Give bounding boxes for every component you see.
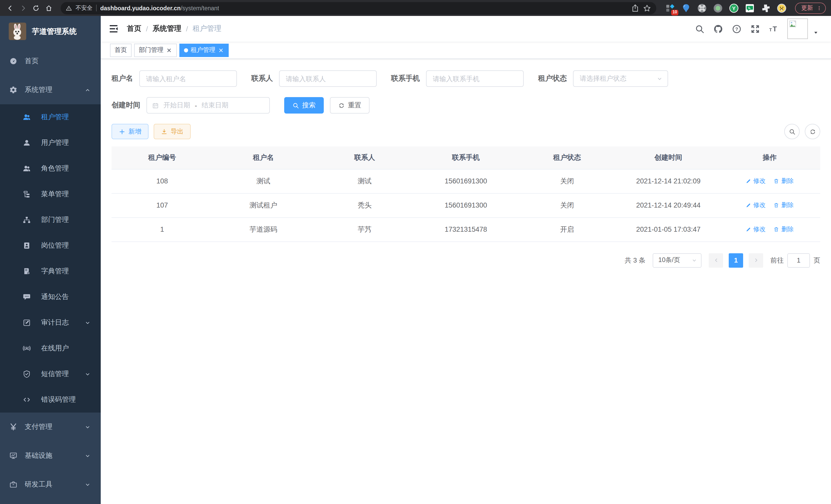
security-warning-icon (66, 5, 72, 11)
close-icon[interactable] (166, 47, 172, 53)
sidebar-item-dict[interactable]: 字典管理 (0, 259, 101, 284)
filter-status: 租户状态 请选择租户状态 (538, 70, 668, 87)
sidebar-item-menu[interactable]: 菜单管理 (0, 181, 101, 207)
breadcrumb-separator: / (186, 25, 188, 33)
address-bar[interactable]: 不安全 dashboard.yudao.iocoder.cn/system/te… (61, 2, 656, 14)
edit-button[interactable]: 修改 (745, 177, 766, 185)
announcement-icon (23, 293, 31, 301)
sidebar-item-home[interactable]: 首页 (0, 47, 101, 76)
table-row: 1 芋道源码 芋艿 17321315478 开启 2021-01-05 17:0… (112, 217, 820, 241)
sidebar: 芋道管理系统 首页 系统管理 租户管理 用户管理 (0, 16, 101, 504)
add-button[interactable]: 新增 (112, 124, 148, 139)
delete-button[interactable]: 删除 (774, 225, 794, 234)
fullscreen-icon[interactable] (750, 24, 760, 34)
infrastructure-icon (9, 452, 18, 460)
share-icon[interactable] (631, 4, 639, 12)
tab-tenant[interactable]: 租户管理 (179, 43, 229, 57)
sidebar-item-audit[interactable]: 审计日志 (0, 310, 101, 335)
current-page-button[interactable]: 1 (729, 253, 743, 267)
gear-icon (9, 86, 18, 94)
mobile-input[interactable] (426, 70, 524, 87)
bookmark-star-icon[interactable] (643, 4, 651, 12)
active-tab-dot (184, 48, 188, 52)
extension-balloon-icon[interactable] (681, 3, 691, 13)
tenant-name-input[interactable] (139, 70, 237, 87)
top-navbar: 首页 / 系统管理 / 租户管理 (101, 16, 831, 41)
caret-down-icon[interactable] (813, 30, 819, 35)
error-code-icon (23, 395, 31, 404)
font-size-icon[interactable] (769, 24, 779, 34)
pen-icon (745, 202, 751, 208)
delete-button[interactable]: 删除 (774, 201, 794, 210)
role-users-icon (23, 165, 31, 173)
help-icon[interactable] (732, 24, 742, 34)
tenant-users-icon (23, 113, 31, 121)
sidebar-item-errorcode[interactable]: 错误码管理 (0, 387, 101, 413)
status-select[interactable]: 请选择租户状态 (573, 70, 668, 87)
close-icon[interactable] (218, 47, 224, 53)
sidebar-logo[interactable]: 芋道管理系统 (0, 16, 101, 47)
sidebar-item-devtools[interactable]: 研发工具 (0, 470, 101, 499)
edit-button[interactable]: 修改 (745, 201, 766, 210)
browser-back-button[interactable] (5, 3, 16, 13)
breadcrumb-system[interactable]: 系统管理 (153, 24, 181, 33)
browser-update-button[interactable]: 更新 (795, 2, 826, 13)
search-button[interactable]: 搜索 (284, 97, 324, 114)
extension-y-icon[interactable]: Y (729, 3, 739, 13)
delete-button[interactable]: 删除 (774, 177, 794, 185)
dev-tools-icon (9, 480, 18, 488)
browser-home-button[interactable] (44, 3, 54, 13)
sidebar-item-tenant[interactable]: 租户管理 (0, 104, 101, 130)
browser-forward-button[interactable] (18, 3, 28, 13)
refresh-table-button[interactable] (805, 124, 820, 139)
github-icon[interactable] (713, 24, 723, 34)
extension-recorder-icon[interactable] (713, 3, 723, 13)
extension-chat-icon[interactable] (745, 3, 755, 13)
chevron-right-icon (753, 258, 759, 263)
extension-tabs-icon[interactable]: 10 (665, 3, 675, 13)
sidebar-item-user[interactable]: 用户管理 (0, 130, 101, 156)
audit-log-icon (23, 319, 31, 327)
col-tenant-id: 租户编号 (112, 146, 213, 169)
tab-home[interactable]: 首页 (110, 43, 132, 57)
breadcrumb-home[interactable]: 首页 (127, 24, 141, 33)
col-actions: 操作 (719, 146, 820, 169)
chevron-up-icon (85, 87, 90, 93)
pagination-total: 共 3 条 (625, 256, 646, 265)
chevron-down-icon (85, 453, 90, 458)
prev-page-button[interactable] (709, 253, 723, 267)
sidebar-item-sms[interactable]: 短信管理 (0, 361, 101, 387)
sidebar-item-pay[interactable]: 支付管理 (0, 413, 101, 441)
sidebar-item-notice[interactable]: 通知公告 (0, 284, 101, 310)
sidebar-item-role[interactable]: 角色管理 (0, 156, 101, 181)
extension-command-icon[interactable] (697, 3, 707, 13)
page-size-select[interactable]: 10条/页 (653, 253, 701, 267)
status-text: 关闭 (516, 169, 618, 193)
sidebar-item-post[interactable]: 岗位管理 (0, 233, 101, 259)
reset-button[interactable]: 重置 (330, 97, 370, 114)
contact-input[interactable] (279, 70, 377, 87)
menu-tree-icon (23, 190, 31, 198)
edit-button[interactable]: 修改 (745, 225, 766, 234)
browser-reload-button[interactable] (31, 3, 41, 13)
date-range-picker[interactable]: 开始日期 - 结束日期 (146, 97, 270, 114)
sidebar-collapse-icon[interactable] (109, 24, 119, 34)
profile-avatar-icon[interactable] (776, 3, 787, 13)
search-icon[interactable] (695, 24, 705, 34)
col-mobile: 联系手机 (415, 146, 516, 169)
trash-icon (774, 227, 779, 232)
goto-page-input[interactable] (787, 253, 810, 267)
divider (96, 5, 96, 11)
sidebar-item-online[interactable]: 在线用户 (0, 335, 101, 361)
sidebar-item-dept[interactable]: 部门管理 (0, 207, 101, 233)
sidebar-item-infra[interactable]: 基础设施 (0, 441, 101, 470)
next-page-button[interactable] (749, 253, 763, 267)
sidebar-item-system[interactable]: 系统管理 (0, 76, 101, 104)
extensions-puzzle-icon[interactable] (761, 3, 771, 13)
update-label: 更新 (801, 4, 813, 12)
chevron-down-icon (85, 482, 90, 487)
avatar[interactable] (787, 19, 808, 39)
tab-dept[interactable]: 部门管理 (134, 43, 177, 57)
toggle-search-button[interactable] (784, 124, 800, 139)
export-button[interactable]: 导出 (154, 124, 191, 139)
